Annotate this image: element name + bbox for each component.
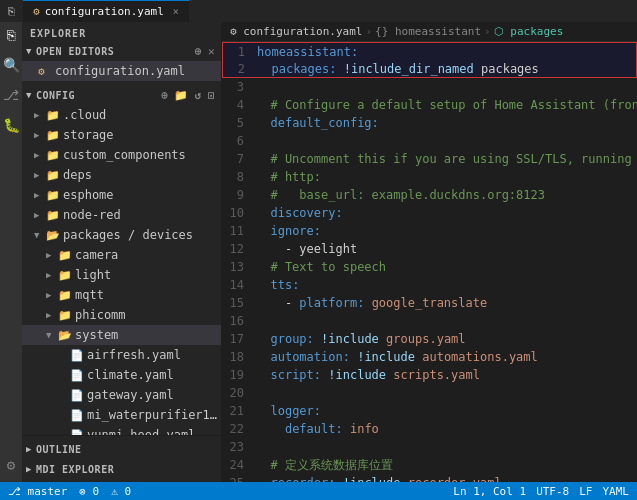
code-line-21: 21 logger: [222,402,637,420]
tree-item-cloud[interactable]: ▶📁.cloud [22,105,221,125]
code-line-20: 20 [222,384,637,402]
code-line-16: 16 [222,312,637,330]
editor-tab[interactable]: ⚙ configuration.yaml × [23,0,189,22]
code-line-23: 23 [222,438,637,456]
activity-files-icon[interactable]: ⎘ [2,26,20,44]
language-mode[interactable]: YAML [603,485,630,498]
code-line-1: 1 homeassistant: [222,42,637,60]
code-line-19: 19 script: !include scripts.yaml [222,366,637,384]
code-editor[interactable]: 1 homeassistant: 2 packages: !include_di… [222,42,637,482]
code-line-12: 12 - yeelight [222,240,637,258]
git-branch[interactable]: ⎇ master [8,485,67,498]
sidebar-tree: ▶📁.cloud ▶📁storage ▶📁custom_components ▶… [22,105,221,435]
outline-header[interactable]: ▶ OUTLINE [22,439,221,459]
yaml-file-icon: ⚙ [33,5,40,18]
code-line-25: 25 recorder: !include recorder.yaml [222,474,637,482]
config-header[interactable]: ▼ CONFIG ⊕ 📁 ↺ ⊡ [22,85,221,105]
tree-item-mi-water[interactable]: 📄mi_waterpurifier1_group.yaml [22,405,221,425]
new-file-button[interactable]: ⊕ [159,88,170,103]
activity-extensions-icon[interactable]: ⚙ [2,456,20,474]
breadcrumb: ⚙ configuration.yaml › {} homeassistant … [222,22,637,42]
tree-item-esphome[interactable]: ▶📁esphome [22,185,221,205]
tree-item-camera[interactable]: ▶📁camera [22,245,221,265]
breadcrumb-packages: ⬡ packages [494,25,564,38]
collapse-button[interactable]: ⊡ [206,88,217,103]
close-all-button[interactable]: ✕ [206,44,217,59]
activity-git-icon[interactable]: ⎇ [2,86,20,104]
tree-item-yunmi-hood[interactable]: 📄yunmi_hood.yaml [22,425,221,435]
code-line-14: 14 tts: [222,276,637,294]
tree-item-deps[interactable]: ▶📁deps [22,165,221,185]
code-line-8: 8 # http: [222,168,637,186]
activity-bar: ⎘ 🔍 ⎇ 🐛 ⚙ [0,22,22,482]
tree-item-airfresh[interactable]: 📄airfresh.yaml [22,345,221,365]
tree-item-gateway[interactable]: 📄gateway.yaml [22,385,221,405]
file-encoding[interactable]: UTF-8 [536,485,569,498]
code-line-7: 7 # Uncomment this if you are using SSL/… [222,150,637,168]
code-line-18: 18 automation: !include automations.yaml [222,348,637,366]
tree-item-phicomm[interactable]: ▶📁phicomm [22,305,221,325]
code-line-6: 6 [222,132,637,150]
line-ending[interactable]: LF [579,485,592,498]
sidebar: EXPLORER ▼ OPEN EDITORS ⊕ ✕ ⚙ configurat… [22,22,222,482]
tree-item-climate[interactable]: 📄climate.yaml [22,365,221,385]
tree-item-packages-devices[interactable]: ▼📂packages / devices [22,225,221,245]
mdi-label: MDI EXPLORER [36,464,114,475]
config-arrow: ▼ [26,90,32,100]
yaml-icon: ⚙ [38,65,52,78]
warning-count[interactable]: ⚠ 0 [111,485,131,498]
tree-item-system[interactable]: ▼📂system [22,325,221,345]
code-line-17: 17 group: !include groups.yaml [222,330,637,348]
code-line-4: 4 # Configure a default setup of Home As… [222,96,637,114]
outline-label: OUTLINE [36,444,82,455]
code-line-10: 10 discovery: [222,204,637,222]
title-bar: ⎘ ⚙ configuration.yaml × [0,0,637,22]
line-col[interactable]: Ln 1, Col 1 [453,485,526,498]
title-explorer-label: ⎘ [8,5,15,18]
new-folder-button[interactable]: 📁 [172,88,191,103]
tree-item-light[interactable]: ▶📁light [22,265,221,285]
tree-item-mqtt[interactable]: ▶📁mqtt [22,285,221,305]
code-line-9: 9 # base_url: example.duckdns.org:8123 [222,186,637,204]
open-editors-label: OPEN EDITORS [36,46,114,57]
code-line-5: 5 default_config: [222,114,637,132]
save-all-button[interactable]: ⊕ [193,44,204,59]
mdi-header[interactable]: ▶ MDI EXPLORER [22,459,221,479]
code-line-22: 22 default: info [222,420,637,438]
config-label: CONFIG [36,90,75,101]
code-line-15: 15 - platform: google_translate [222,294,637,312]
open-editor-item[interactable]: ⚙ configuration.yaml [22,61,221,81]
code-line-24: 24 # 定义系统数据库位置 [222,456,637,474]
tab-close-icon[interactable]: × [173,6,179,17]
tree-item-storage[interactable]: ▶📁storage [22,125,221,145]
code-line-3: 3 [222,78,637,96]
refresh-button[interactable]: ↺ [193,88,204,103]
explorer-section-header: EXPLORER [22,22,221,41]
editor-area: ⚙ configuration.yaml › {} homeassistant … [222,22,637,482]
mdi-section: ▶ OUTLINE ▶ MDI EXPLORER [22,435,221,482]
code-line-13: 13 # Text to speech [222,258,637,276]
code-line-2: 2 packages: !include_dir_named packages [222,60,637,78]
breadcrumb-file: ⚙ configuration.yaml [230,25,362,38]
error-count[interactable]: ⊗ 0 [79,485,99,498]
activity-debug-icon[interactable]: 🐛 [2,116,20,134]
status-bar: ⎇ master ⊗ 0 ⚠ 0 Ln 1, Col 1 UTF-8 LF YA… [0,482,637,500]
breadcrumb-homeassistant: {} homeassistant [375,25,481,38]
open-editors-arrow: ▼ [26,46,32,56]
activity-search-icon[interactable]: 🔍 [2,56,20,74]
code-line-11: 11 ignore: [222,222,637,240]
open-editors-header[interactable]: ▼ OPEN EDITORS ⊕ ✕ [22,41,221,61]
tab-filename: configuration.yaml [45,5,164,18]
tree-item-custom-components[interactable]: ▶📁custom_components [22,145,221,165]
tree-item-node-red[interactable]: ▶📁node-red [22,205,221,225]
open-editor-filename: configuration.yaml [55,64,185,78]
